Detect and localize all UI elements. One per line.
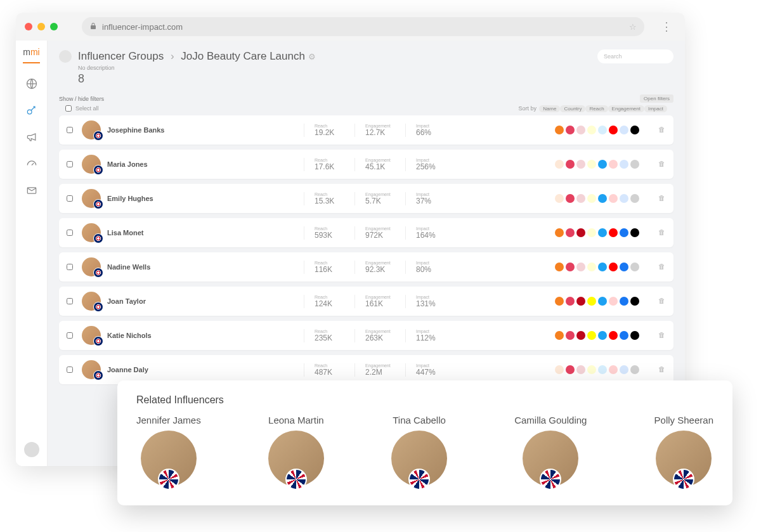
sort-chip-reach[interactable]: Reach	[585, 105, 608, 112]
tw-icon[interactable]	[598, 297, 607, 306]
insta-icon[interactable]	[566, 263, 575, 271]
table-row[interactable]: Katie Nichols Reach235K Engagement263K I…	[59, 321, 673, 350]
blog-icon[interactable]	[555, 331, 564, 340]
snap-icon[interactable]	[587, 331, 596, 340]
sort-chip-country[interactable]: Country	[560, 105, 585, 112]
blog-icon[interactable]	[555, 160, 564, 169]
snap-icon[interactable]	[587, 263, 596, 271]
pin-icon[interactable]	[576, 263, 585, 271]
row-checkbox[interactable]	[67, 298, 73, 304]
related-influencer[interactable]: Camilla Goulding	[514, 415, 587, 486]
tw-icon[interactable]	[598, 263, 607, 271]
select-all-checkbox[interactable]	[65, 105, 72, 112]
open-filters-button[interactable]: Open filters	[640, 94, 673, 103]
tw-icon[interactable]	[598, 228, 607, 237]
tik-icon[interactable]	[630, 263, 639, 271]
blog-icon[interactable]	[555, 228, 564, 237]
pin-icon[interactable]	[576, 160, 585, 169]
row-checkbox[interactable]	[67, 195, 73, 202]
avatar[interactable]	[82, 257, 101, 276]
gear-icon[interactable]: ⚙	[308, 52, 316, 62]
related-influencer[interactable]: Jennifer James	[136, 415, 201, 486]
insta-icon[interactable]	[566, 365, 575, 374]
avatar[interactable]	[82, 326, 101, 345]
search-input[interactable]: Search	[597, 49, 673, 63]
tw-icon[interactable]	[598, 331, 607, 340]
gauge-icon[interactable]	[25, 157, 38, 170]
snap-icon[interactable]	[587, 126, 596, 134]
snap-icon[interactable]	[587, 297, 596, 306]
blog-icon[interactable]	[555, 297, 564, 306]
pin-icon[interactable]	[576, 126, 585, 134]
yt-icon[interactable]	[609, 228, 618, 237]
delete-icon[interactable]: 🗑	[658, 297, 666, 306]
fb-icon[interactable]	[620, 365, 628, 374]
yt-icon[interactable]	[609, 263, 618, 271]
sort-chip-impact[interactable]: Impact	[644, 105, 667, 112]
row-checkbox[interactable]	[67, 264, 73, 270]
tw-icon[interactable]	[598, 194, 607, 203]
table-row[interactable]: Emily Hughes Reach15.3K Engagement5.7K I…	[59, 184, 673, 213]
yt-icon[interactable]	[609, 194, 618, 203]
table-row[interactable]: Lisa Monet Reach593K Engagement972K Impa…	[59, 218, 673, 247]
avatar[interactable]	[82, 292, 101, 311]
blog-icon[interactable]	[555, 263, 564, 271]
table-row[interactable]: Maria Jones Reach17.6K Engagement45.1K I…	[59, 150, 673, 179]
insta-icon[interactable]	[566, 194, 575, 203]
fb-icon[interactable]	[620, 126, 628, 134]
row-checkbox[interactable]	[67, 127, 73, 133]
breadcrumb-root[interactable]: Influencer Groups	[78, 50, 164, 62]
tw-icon[interactable]	[598, 160, 607, 169]
insta-icon[interactable]	[566, 228, 575, 237]
maximize-window-icon[interactable]	[50, 23, 58, 30]
envelope-icon[interactable]	[25, 184, 38, 197]
delete-icon[interactable]: 🗑	[658, 160, 666, 169]
delete-icon[interactable]: 🗑	[658, 263, 666, 271]
blog-icon[interactable]	[555, 194, 564, 203]
sort-chip-engagement[interactable]: Engagement	[608, 105, 644, 112]
delete-icon[interactable]: 🗑	[658, 331, 666, 340]
tik-icon[interactable]	[630, 365, 639, 374]
pin-icon[interactable]	[576, 194, 585, 203]
url-bar[interactable]: influencer-impact.com ☆	[82, 17, 644, 36]
snap-icon[interactable]	[587, 160, 596, 169]
avatar[interactable]	[82, 120, 101, 139]
avatar[interactable]	[82, 360, 101, 379]
related-influencer[interactable]: Tina Cabello	[391, 415, 447, 486]
fb-icon[interactable]	[620, 331, 628, 340]
snap-icon[interactable]	[587, 365, 596, 374]
delete-icon[interactable]: 🗑	[658, 228, 666, 237]
delete-icon[interactable]: 🗑	[658, 365, 666, 374]
tik-icon[interactable]	[630, 297, 639, 306]
insta-icon[interactable]	[566, 126, 575, 134]
table-row[interactable]: Nadine Wells Reach116K Engagement92.3K I…	[59, 252, 673, 282]
sort-chip-name[interactable]: Name	[539, 105, 560, 112]
bookmark-star-icon[interactable]: ☆	[629, 22, 637, 32]
bullhorn-icon[interactable]	[25, 131, 38, 143]
tik-icon[interactable]	[630, 126, 639, 134]
fb-icon[interactable]	[620, 194, 628, 203]
table-row[interactable]: Joan Taylor Reach124K Engagement161K Imp…	[59, 287, 673, 316]
fb-icon[interactable]	[620, 297, 628, 306]
browser-menu-icon[interactable]: ⋮	[657, 20, 676, 34]
pin-icon[interactable]	[576, 331, 585, 340]
tik-icon[interactable]	[630, 331, 639, 340]
snap-icon[interactable]	[587, 194, 596, 203]
fb-icon[interactable]	[620, 263, 628, 271]
table-row[interactable]: Josephine Banks Reach19.2K Engagement12.…	[59, 115, 673, 145]
delete-icon[interactable]: 🗑	[658, 126, 666, 134]
key-icon[interactable]	[25, 104, 38, 117]
yt-icon[interactable]	[609, 160, 618, 169]
avatar[interactable]	[82, 189, 101, 208]
tik-icon[interactable]	[630, 160, 639, 169]
row-checkbox[interactable]	[67, 367, 73, 373]
tw-icon[interactable]	[598, 365, 607, 374]
yt-icon[interactable]	[609, 297, 618, 306]
fb-icon[interactable]	[620, 228, 628, 237]
pin-icon[interactable]	[576, 228, 585, 237]
related-influencer[interactable]: Leona Martin	[268, 415, 324, 486]
avatar[interactable]	[82, 155, 101, 174]
related-influencer[interactable]: Polly Sheeran	[654, 415, 713, 486]
yt-icon[interactable]	[609, 365, 618, 374]
insta-icon[interactable]	[566, 331, 575, 340]
